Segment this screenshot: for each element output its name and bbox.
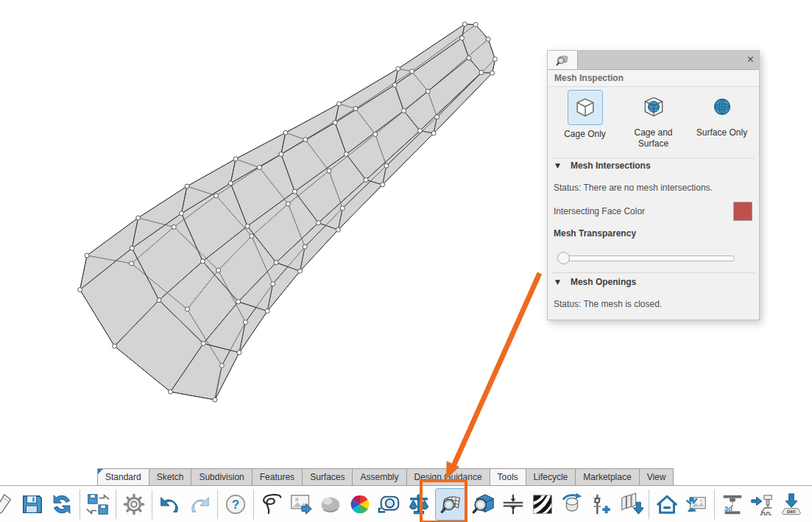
mesh-vertex[interactable] — [417, 129, 422, 133]
mesh-vertex[interactable] — [265, 309, 269, 314]
tool-color-wheel-button[interactable] — [347, 488, 373, 521]
tool-thickness-analysis-button[interactable] — [500, 488, 526, 521]
tool-undo-button[interactable] — [157, 488, 183, 521]
mesh-vertex[interactable] — [490, 71, 495, 75]
mesh-vertex[interactable] — [237, 350, 241, 355]
mesh-vertex[interactable] — [180, 211, 184, 216]
mesh-vertex[interactable] — [317, 221, 321, 225]
mesh-vertex[interactable] — [130, 261, 134, 266]
mesh-vertex[interactable] — [113, 344, 117, 348]
mesh-vertex[interactable] — [292, 189, 297, 194]
mesh-vertex[interactable] — [373, 132, 378, 136]
mesh-vertex[interactable] — [201, 342, 205, 346]
tool-lasso-select-button[interactable] — [258, 488, 285, 521]
tool-check-entity-button[interactable] — [470, 488, 497, 521]
collapse-triangle-icon[interactable]: ▼ — [555, 278, 560, 286]
mesh-vertex[interactable] — [279, 152, 283, 156]
mesh-vertex[interactable] — [185, 307, 189, 311]
mesh-vertex[interactable] — [286, 202, 290, 206]
mesh-vertex[interactable] — [392, 83, 397, 88]
tab-marketplace[interactable]: Marketplace — [575, 468, 639, 486]
tool-home-button[interactable] — [654, 488, 680, 521]
slider-thumb[interactable] — [557, 252, 570, 264]
mesh-vertex[interactable] — [298, 269, 303, 273]
tab-view[interactable]: View — [639, 468, 674, 486]
mesh-vertex[interactable] — [493, 57, 498, 61]
tool-print-3d-button[interactable] — [719, 488, 746, 521]
slider-track[interactable] — [558, 255, 735, 261]
tool-help-button[interactable] — [222, 488, 249, 521]
mesh-vertex[interactable] — [333, 121, 337, 125]
mesh-vertex[interactable] — [303, 244, 307, 249]
mesh-vertex[interactable] — [233, 157, 238, 161]
mesh-vertex[interactable] — [344, 152, 348, 156]
mesh-vertex[interactable] — [336, 228, 340, 232]
mesh-vertex[interactable] — [214, 194, 219, 198]
mesh-vertex[interactable] — [236, 300, 241, 304]
tool-doc-edit-button[interactable] — [0, 488, 16, 521]
option-cage-and-surface[interactable]: Cage and Surface — [619, 90, 688, 149]
mesh-vertex[interactable] — [353, 107, 358, 111]
mesh-vertex[interactable] — [130, 246, 134, 250]
cage-and-surface-button[interactable] — [637, 90, 671, 124]
tool-save-exchange-button[interactable] — [85, 488, 111, 521]
tab-surfaces[interactable]: Surfaces — [302, 468, 353, 486]
tab-design-guidance[interactable]: Design Guidance — [406, 468, 490, 486]
mesh-vertex[interactable] — [409, 69, 414, 74]
surface-only-button[interactable] — [705, 90, 739, 124]
tool-machine-cnc-button[interactable] — [749, 488, 775, 521]
mesh-vertex[interactable] — [460, 36, 465, 40]
mesh-vertex[interactable] — [219, 364, 224, 368]
mesh-vertex[interactable] — [364, 177, 368, 182]
mesh-vertex[interactable] — [467, 56, 471, 60]
tool-redo-button[interactable] — [186, 488, 213, 521]
mesh-vertex[interactable] — [271, 282, 275, 286]
mesh-vertex[interactable] — [274, 261, 278, 265]
tab-standard[interactable]: Standard — [97, 468, 149, 486]
dialog-tab[interactable] — [548, 51, 578, 69]
collapse-triangle-icon[interactable]: ▼ — [555, 162, 560, 169]
mesh-vertex[interactable] — [337, 102, 342, 106]
mesh-vertex[interactable] — [473, 23, 478, 27]
tab-features[interactable]: Features — [252, 468, 303, 486]
mesh-vertex[interactable] — [245, 224, 250, 228]
tool-export-image-button[interactable] — [288, 488, 314, 521]
tool-export-dxf-button[interactable] — [778, 488, 805, 521]
tab-assembly[interactable]: Assembly — [352, 468, 406, 486]
tab-sketch[interactable]: Sketch — [149, 468, 192, 486]
mesh-vertex[interactable] — [396, 66, 400, 71]
mesh-vertex[interactable] — [384, 163, 389, 168]
tab-lifecycle[interactable]: Lifecycle — [526, 468, 576, 486]
tool-appearance-button[interactable] — [317, 488, 344, 521]
mesh-vertex[interactable] — [303, 138, 308, 142]
mesh-vertex[interactable] — [486, 37, 490, 41]
mesh-vertex[interactable] — [431, 131, 436, 135]
mesh-vertex[interactable] — [169, 389, 173, 394]
mesh-vertex[interactable] — [462, 22, 467, 27]
mesh-vertex[interactable] — [157, 298, 161, 303]
mesh-vertex[interactable] — [243, 320, 247, 325]
mesh-vertex[interactable] — [228, 181, 233, 186]
tool-zebra-stripes-button[interactable] — [529, 488, 556, 521]
tool-curvature-check-button[interactable] — [559, 488, 585, 521]
tool-image-capture-button[interactable] — [683, 488, 710, 521]
tool-save-button[interactable] — [19, 488, 46, 521]
dialog-close-button[interactable]: × — [747, 52, 754, 67]
mesh-vertex[interactable] — [479, 71, 484, 75]
tool-mesh-inspection-button[interactable] — [435, 488, 467, 521]
mesh-intersections-header[interactable]: ▼ Mesh Intersections — [555, 161, 651, 171]
mesh-vertex[interactable] — [213, 398, 217, 402]
mesh-vertex[interactable] — [257, 166, 261, 170]
tool-import-library-button[interactable] — [618, 488, 644, 521]
cage-only-button[interactable] — [568, 90, 603, 125]
mesh-vertex[interactable] — [327, 169, 331, 173]
mesh-vertex[interactable] — [402, 108, 406, 113]
mesh-transparency-slider[interactable] — [558, 252, 735, 264]
option-surface-only[interactable]: Surface Only — [688, 90, 756, 149]
mesh-vertex[interactable] — [250, 234, 254, 239]
tool-options-gear-button[interactable] — [121, 488, 147, 521]
tab-subdivision[interactable]: Subdivision — [191, 468, 252, 486]
mesh-vertex[interactable] — [172, 225, 176, 229]
option-cage-only[interactable]: Cage Only — [551, 90, 619, 149]
tool-mass-properties-button[interactable] — [406, 488, 432, 521]
